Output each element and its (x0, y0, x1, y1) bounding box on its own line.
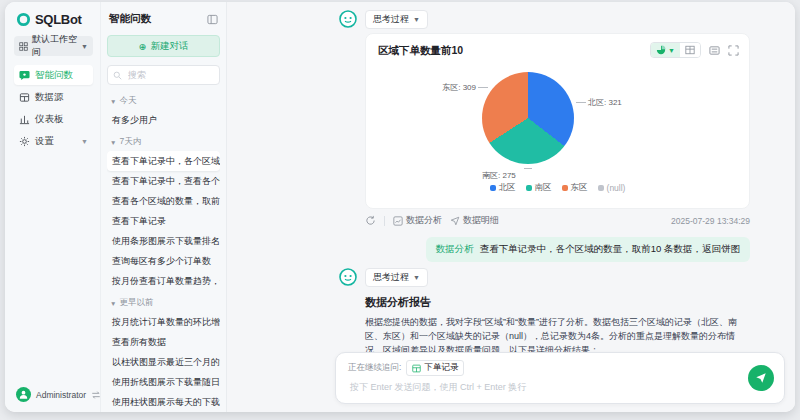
assistant-message: 思考过程 ▼ (339, 10, 759, 29)
gear-icon (19, 136, 30, 147)
sidebar-item-qa[interactable]: 智能问数 (14, 65, 93, 85)
new-chat-label: 新建对话 (150, 40, 188, 53)
sidebar-item-label: 设置 (35, 135, 54, 148)
assistant-avatar (339, 10, 357, 28)
assistant-message: 思考过程 ▼ (339, 268, 759, 287)
chevron-down-icon: ▼ (668, 47, 675, 54)
table-icon (412, 364, 421, 373)
chevron-down-icon: ▼ (81, 138, 88, 145)
database-icon (19, 92, 30, 103)
history-item[interactable]: 查看各个区域的数量，取前10 条数... (107, 191, 220, 211)
legend-item[interactable]: 北区 (490, 182, 516, 194)
refresh-button[interactable] (365, 215, 376, 226)
legend-dot (526, 185, 532, 191)
assistant-avatar (339, 268, 357, 286)
user-account[interactable]: Administrator (14, 387, 93, 402)
user-name: Administrator (36, 390, 86, 400)
legend-item[interactable]: 东区 (562, 182, 588, 194)
action-label: 数据明细 (463, 214, 499, 227)
chevron-down-icon: ▼ (413, 16, 420, 23)
message-input[interactable] (348, 379, 744, 405)
message-input-box: 正在继续追问: 下单记录 (335, 352, 785, 404)
history-item[interactable]: 以柱状图显示最近三个月的订单量 (107, 352, 220, 372)
chart-actions: 数据分析 数据明细 2025-07-29 13:34:29 (365, 214, 750, 227)
data-detail-button[interactable]: 数据明细 (450, 214, 499, 227)
app-logo: SQLBot (14, 12, 93, 27)
new-chat-button[interactable]: ⊕ 新建对话 (107, 35, 220, 57)
thinking-label: 思考过程 (373, 271, 409, 284)
workspace-icon (19, 42, 28, 51)
datasource-tag[interactable]: 下单记录 (406, 360, 464, 376)
context-label: 正在继续追问: (348, 362, 401, 374)
workspace-selector[interactable]: 默认工作空间 ▼ (14, 36, 93, 56)
search-input[interactable] (126, 69, 210, 81)
analysis-tag: 数据分析 (436, 243, 474, 254)
data-analysis-button[interactable]: 数据分析 (393, 214, 442, 227)
app-window: SQLBot 默认工作空间 ▼ 智能问数 数据源 (5, 2, 795, 412)
history-item[interactable]: 查看下单记录 (107, 211, 220, 231)
history-group-label[interactable]: ▼今天 (107, 92, 220, 110)
chart-card: 区域下单数量前10 ▼ (365, 33, 750, 209)
chevron-down-icon: ▼ (413, 274, 420, 281)
history-item[interactable]: 按月份查看订单数量趋势，使用折... (107, 271, 220, 291)
main-area: 思考过程 ▼ 区域下单数量前10 ▼ (227, 2, 795, 412)
pie-label: 东区: 309 (396, 82, 476, 93)
table-view-button[interactable] (680, 43, 700, 57)
fullscreen-icon[interactable] (728, 45, 739, 56)
pie-graphic[interactable] (482, 72, 574, 164)
history-item[interactable]: 查看下单记录中，各个区域的数量... (107, 151, 220, 171)
chat-bubble-icon (19, 70, 30, 81)
plus-circle-icon: ⊕ (139, 41, 147, 52)
pie-label: 北区: 321 (588, 97, 622, 108)
report-title: 数据分析报告 (365, 295, 740, 310)
sidebar-menu: 智能问数 数据源 仪表板 设置 ▼ (14, 65, 93, 151)
panel-title: 智能问数 (109, 12, 151, 26)
sidebar-item-label: 数据源 (35, 91, 64, 104)
chat-thread: 思考过程 ▼ 区域下单数量前10 ▼ (339, 2, 759, 379)
pie-chart: 东区: 309 北区: 321 南区: 275 北区南区东区(null) (378, 60, 737, 198)
legend-dot (598, 185, 604, 191)
workspace-label: 默认工作空间 (32, 33, 77, 59)
history-item[interactable]: 有多少用户 (107, 110, 220, 130)
pie-chart-type-button[interactable]: ▼ (651, 43, 680, 57)
legend-item[interactable]: (null) (598, 182, 626, 194)
sidebar-item-settings[interactable]: 设置 ▼ (14, 131, 93, 151)
history-item[interactable]: 使用柱状图展示每天的下载量变化 (107, 392, 220, 412)
history-list: ▼今天有多少用户▼7天内查看下单记录中，各个区域的数量...查看下单记录中，查看… (107, 89, 220, 412)
history-item[interactable]: 按月统计订单数量的环比增长率 (107, 312, 220, 332)
sidebar-item-datasource[interactable]: 数据源 (14, 87, 93, 107)
chart-legend: 北区南区东区(null) (378, 182, 737, 194)
history-item[interactable]: 查看所有数据 (107, 332, 220, 352)
legend-item[interactable]: 南区 (526, 182, 552, 194)
sidebar-item-dashboard[interactable]: 仪表板 (14, 109, 93, 129)
sidebar: SQLBot 默认工作空间 ▼ 智能问数 数据源 (5, 2, 101, 412)
send-button[interactable] (748, 365, 774, 391)
history-group-label[interactable]: ▼7天内 (107, 133, 220, 151)
history-item[interactable]: 查看下单记录中，查看各个区域的... (107, 171, 220, 191)
legend-dot (490, 185, 496, 191)
history-item[interactable]: 使用折线图展示下载量随日期的变... (107, 372, 220, 392)
history-item[interactable]: 使用条形图展示下载量排名靠前的日... (107, 231, 220, 251)
sidebar-item-label: 仪表板 (35, 113, 64, 126)
search-icon (113, 71, 122, 80)
avatar (16, 387, 31, 402)
thinking-toggle[interactable]: 思考过程 ▼ (365, 268, 428, 287)
analysis-icon (393, 216, 403, 226)
datasource-name: 下单记录 (424, 362, 458, 374)
history-item[interactable]: 查询每区有多少个订单数 (107, 251, 220, 271)
chart-type-switcher: ▼ (650, 42, 701, 58)
collapse-panel-icon[interactable] (207, 14, 218, 25)
message-timestamp: 2025-07-29 13:34:29 (671, 216, 750, 226)
history-group-label[interactable]: ▼更早以前 (107, 294, 220, 312)
user-message-text: 查看下单记录中，各个区域的数量，取前10 条数据，返回饼图 (480, 243, 740, 254)
sqlbot-logo-icon (16, 12, 31, 27)
chevron-down-icon: ▼ (81, 43, 88, 50)
user-message: 数据分析查看下单记录中，各个区域的数量，取前10 条数据，返回饼图 (365, 237, 750, 262)
bar-chart-icon (19, 114, 30, 125)
detail-list-icon[interactable] (709, 45, 720, 56)
search-box[interactable] (107, 65, 220, 85)
sidebar-item-label: 智能问数 (35, 69, 73, 82)
history-panel: 智能问数 ⊕ 新建对话 ▼今天有多少用户▼7天内查看下单记录中，各个区域的数量.… (101, 2, 227, 412)
switch-icon[interactable] (91, 390, 101, 400)
thinking-toggle[interactable]: 思考过程 ▼ (365, 10, 428, 29)
